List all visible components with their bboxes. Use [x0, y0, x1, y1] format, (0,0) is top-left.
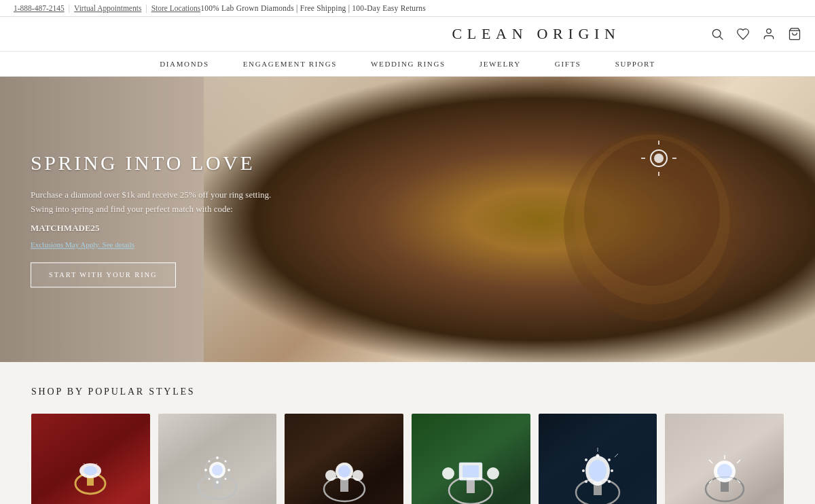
style-card-oval-halo[interactable] [539, 414, 657, 504]
account-icon[interactable] [762, 27, 776, 41]
solitaire-2-ring-icon [694, 443, 755, 504]
nav-engagement-rings[interactable]: ENGAGEMENT RINGS [243, 60, 337, 68]
styles-grid [31, 414, 784, 504]
style-card-cluster[interactable] [412, 414, 530, 504]
svg-line-1 [720, 37, 723, 40]
svg-line-62 [737, 460, 740, 463]
cluster-ring-icon [433, 439, 508, 504]
svg-point-29 [208, 460, 210, 462]
svg-point-23 [212, 465, 223, 475]
svg-point-54 [608, 480, 611, 483]
svg-point-50 [611, 469, 613, 472]
card-5-image [539, 414, 657, 504]
card-2-image [158, 414, 277, 504]
svg-point-42 [442, 467, 454, 480]
svg-line-63 [709, 460, 712, 463]
svg-point-37 [352, 470, 363, 481]
top-bar: 1-888-487-2145 | Virtual Appointments | … [0, 0, 815, 17]
style-card-solitaire-2[interactable] [665, 414, 784, 504]
svg-rect-41 [463, 465, 479, 478]
oval-halo-ring-icon [560, 439, 635, 504]
card-3-image [285, 414, 403, 504]
promo-bar: 100% Lab Grown Diamonds | Free Shipping … [200, 4, 426, 12]
hero-banner: SPRING INTO LOVE Purchase a diamond over… [0, 77, 815, 362]
svg-point-2 [767, 29, 772, 34]
search-icon[interactable] [710, 27, 724, 41]
nav-gifts[interactable]: GIFTS [555, 60, 581, 68]
divider-1: | [69, 4, 70, 12]
svg-point-48 [596, 454, 599, 457]
svg-point-47 [589, 460, 606, 482]
svg-line-56 [615, 454, 618, 457]
svg-point-52 [582, 469, 585, 472]
nav-jewelry[interactable]: JEWELRY [479, 60, 521, 68]
svg-point-49 [608, 458, 611, 461]
svg-point-31 [208, 478, 210, 480]
nav-support[interactable]: SUPPORT [615, 60, 655, 68]
top-bar-links: 1-888-487-2145 | Virtual Appointments | … [14, 4, 200, 12]
site-logo[interactable]: CLEAN ORIGIN [362, 25, 710, 43]
hero-body-line1: Purchase a diamond over $1k and receive … [31, 190, 271, 200]
halo-ring-icon [187, 443, 248, 504]
card-4-image [412, 414, 530, 504]
nav-diamonds[interactable]: DIAMONDS [160, 60, 209, 68]
hero-body: Purchase a diamond over $1k and receive … [31, 187, 271, 217]
svg-point-27 [216, 481, 219, 484]
divider-2: | [145, 4, 147, 12]
nav-wedding-rings[interactable]: WEDDING RINGS [371, 60, 446, 68]
virtual-appointments-link[interactable]: Virtual Appointments [74, 4, 141, 12]
header-icons [710, 27, 801, 41]
three-stone-ring-icon [310, 443, 378, 504]
svg-point-16 [84, 466, 97, 475]
phone-link[interactable]: 1-888-487-2145 [14, 4, 65, 12]
card-1-image [31, 414, 150, 504]
store-locations-link[interactable]: Store Locations [151, 4, 201, 12]
hero-promo-code: MATCHMADE25 [31, 221, 271, 235]
hero-image [204, 77, 815, 362]
svg-point-0 [712, 29, 721, 37]
svg-point-53 [585, 480, 587, 483]
shop-section: SHOP BY POPULAR STYLES [0, 362, 815, 504]
ring-sparkle [638, 138, 679, 179]
svg-point-28 [224, 460, 226, 462]
wishlist-icon[interactable] [736, 27, 750, 41]
svg-point-30 [224, 478, 226, 480]
cart-icon[interactable] [788, 27, 801, 41]
hero-title: SPRING INTO LOVE [31, 151, 271, 175]
promo-code-text: MATCHMADE25 [31, 223, 100, 233]
style-card-three-stone[interactable] [285, 414, 403, 504]
svg-point-8 [654, 154, 664, 163]
svg-point-36 [325, 470, 336, 481]
hero-content: SPRING INTO LOVE Purchase a diamond over… [31, 151, 271, 287]
shop-section-title: SHOP BY POPULAR STYLES [31, 386, 784, 397]
main-nav: DIAMONDS ENGAGEMENT RINGS WEDDING RINGS … [0, 52, 815, 77]
exclusions-link[interactable]: Exclusions May Apply. See details [31, 241, 271, 249]
card-6-image [665, 414, 784, 504]
svg-point-25 [228, 469, 230, 471]
svg-point-43 [487, 467, 499, 480]
svg-point-26 [204, 469, 207, 471]
hero-body-line2: Swing into spring and find your perfect … [31, 204, 233, 215]
svg-point-24 [216, 456, 219, 459]
style-card-solitaire[interactable] [31, 414, 150, 504]
svg-point-35 [338, 465, 350, 478]
style-card-halo[interactable] [158, 414, 277, 504]
hero-cta-button[interactable]: START WITH YOUR RING [31, 263, 176, 288]
solitaire-ring-icon [63, 446, 117, 504]
svg-point-51 [585, 458, 587, 461]
header: CLEAN ORIGIN [0, 17, 815, 52]
